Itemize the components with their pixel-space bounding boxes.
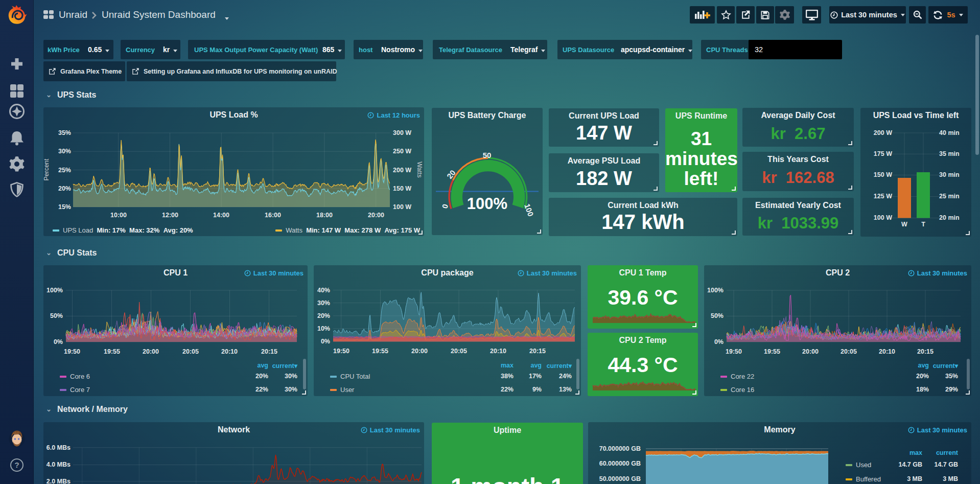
svg-text:50: 50 bbox=[483, 151, 492, 159]
svg-text:?: ? bbox=[14, 460, 19, 469]
svg-text:20: 20 bbox=[445, 168, 457, 180]
